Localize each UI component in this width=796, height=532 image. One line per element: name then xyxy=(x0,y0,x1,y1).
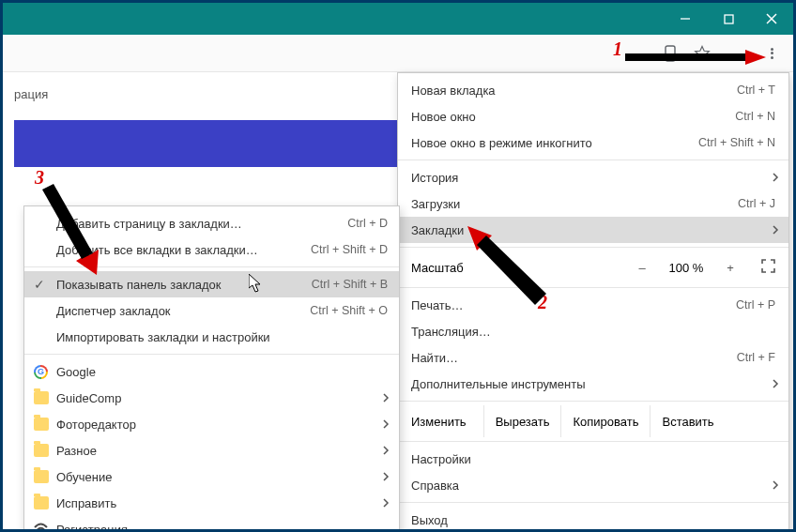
menu-separator xyxy=(398,287,788,288)
submenu-item-add-all[interactable]: Добавить все вкладки в закладки… Ctrl + … xyxy=(24,236,399,263)
submenu-item-import[interactable]: Импортировать закладки и настройки xyxy=(24,324,399,350)
chevron-right-icon xyxy=(773,377,779,391)
minimize-button[interactable] xyxy=(664,3,707,35)
menu-shortcut: Ctrl + N xyxy=(735,110,775,123)
edit-copy-button[interactable]: Копировать xyxy=(560,405,650,437)
bookmarks-submenu: Добавить страницу в закладки… Ctrl + D Д… xyxy=(23,205,400,532)
chevron-right-icon xyxy=(383,496,390,510)
menu-label: Справка xyxy=(411,479,775,493)
wifi-icon xyxy=(34,523,48,533)
menu-label: Печать… xyxy=(411,298,736,312)
menu-label: Новая вкладка xyxy=(411,84,737,98)
annotation-number-3: 3 xyxy=(35,167,44,189)
bookmark-register[interactable]: Регистрация xyxy=(24,516,399,532)
menu-label: Найти… xyxy=(411,351,737,365)
menu-label: Трансляция… xyxy=(411,325,775,339)
menu-edit-row: Изменить Вырезать Копировать Вставить xyxy=(398,405,788,437)
menu-label: Новое окно xyxy=(411,110,735,124)
menu-shortcut: Ctrl + Shift + D xyxy=(311,243,388,256)
menu-item-settings[interactable]: Настройки xyxy=(398,446,788,472)
menu-separator xyxy=(398,401,788,402)
edit-label: Изменить xyxy=(398,405,483,437)
menu-shortcut: Ctrl + Shift + B xyxy=(312,278,388,291)
menu-label: Дополнительные инструменты xyxy=(411,377,775,391)
menu-shortcut: Ctrl + F xyxy=(737,351,775,364)
phone-icon xyxy=(665,45,676,62)
folder-icon xyxy=(34,470,49,483)
menu-shortcut: Ctrl + P xyxy=(736,298,775,312)
menu-shortcut: Ctrl + D xyxy=(347,217,388,230)
more-menu-button[interactable] xyxy=(756,38,788,69)
bookmark-folder-photoedit[interactable]: Фоторедактор xyxy=(24,411,399,437)
edit-cut-button[interactable]: Вырезать xyxy=(483,405,561,437)
toolbar xyxy=(3,35,793,72)
bookmark-folder-learning[interactable]: Обучение xyxy=(24,464,399,490)
checkmark-icon: ✓ xyxy=(34,277,45,292)
submenu-item-add-page[interactable]: Добавить страницу в закладки… Ctrl + D xyxy=(24,210,399,236)
menu-label: Импортировать закладки и настройки xyxy=(56,330,388,344)
window-frame: рация Новая вкладка Ctrl + T Новое окно … xyxy=(0,0,796,532)
menu-item-new-window[interactable]: Новое окно Ctrl + N xyxy=(398,103,788,129)
bookmark-google[interactable]: Google xyxy=(24,358,399,385)
bookmark-folder-misc[interactable]: Разное xyxy=(24,437,399,464)
menu-label: Закладки xyxy=(411,223,775,237)
svg-rect-1 xyxy=(725,15,733,23)
menu-separator xyxy=(24,354,399,355)
page-blue-banner xyxy=(14,120,399,167)
menu-separator xyxy=(398,502,788,503)
zoom-in-button[interactable]: + xyxy=(720,261,741,275)
menu-item-bookmarks[interactable]: Закладки xyxy=(398,217,788,243)
menu-item-help[interactable]: Справка xyxy=(398,472,788,498)
page-text-fragment: рация xyxy=(14,87,48,101)
zoom-out-button[interactable]: – xyxy=(632,261,652,275)
bookmark-folder-fix[interactable]: Исправить xyxy=(24,490,399,516)
fullscreen-button[interactable] xyxy=(761,259,775,276)
chevron-right-icon xyxy=(773,479,779,493)
menu-label: Показывать панель закладок xyxy=(56,278,312,292)
menu-item-new-tab[interactable]: Новая вкладка Ctrl + T xyxy=(398,77,788,103)
menu-item-moretools[interactable]: Дополнительные инструменты xyxy=(398,371,788,397)
menu-separator xyxy=(398,247,788,248)
folder-icon xyxy=(34,418,49,431)
menu-label: Настройки xyxy=(411,452,775,466)
folder-icon xyxy=(34,391,49,404)
menu-item-cast[interactable]: Трансляция… xyxy=(398,318,788,344)
menu-item-exit[interactable]: Выход xyxy=(398,507,788,532)
chevron-right-icon xyxy=(383,444,390,458)
close-button[interactable] xyxy=(750,3,793,35)
menu-shortcut: Ctrl + Shift + O xyxy=(310,304,388,317)
bookmark-label: Обучение xyxy=(56,470,388,484)
menu-label: Новое окно в режиме инкогнито xyxy=(411,136,698,150)
bookmark-star-button[interactable] xyxy=(686,38,718,69)
chevron-right-icon xyxy=(383,391,390,405)
chevron-right-icon xyxy=(773,171,779,185)
menu-item-find[interactable]: Найти… Ctrl + F xyxy=(398,344,788,371)
maximize-icon xyxy=(724,14,734,24)
zoom-value: 100 % xyxy=(664,261,709,275)
bookmark-label: Исправить xyxy=(56,496,388,510)
titlebar xyxy=(3,3,793,35)
menu-label: Загрузки xyxy=(411,197,738,211)
menu-item-history[interactable]: История xyxy=(398,164,788,190)
menu-item-print[interactable]: Печать… Ctrl + P xyxy=(398,292,788,318)
submenu-item-show-bar[interactable]: ✓ Показывать панель закладок Ctrl + Shif… xyxy=(24,271,399,297)
edit-paste-button[interactable]: Вставить xyxy=(650,405,725,437)
device-icon[interactable] xyxy=(654,38,686,69)
bookmark-label: GuideComp xyxy=(56,391,388,405)
menu-separator xyxy=(398,160,788,160)
more-vertical-icon xyxy=(771,46,773,60)
menu-item-incognito[interactable]: Новое окно в режиме инкогнито Ctrl + Shi… xyxy=(398,129,788,156)
menu-label: Выход xyxy=(411,513,775,527)
star-icon xyxy=(694,45,711,62)
submenu-item-manager[interactable]: Диспетчер закладок Ctrl + Shift + O xyxy=(24,297,399,324)
minimize-icon xyxy=(680,13,691,24)
annotation-number-1: 1 xyxy=(613,38,622,60)
menu-separator xyxy=(398,441,788,442)
maximize-button[interactable] xyxy=(707,3,750,35)
bookmark-label: Разное xyxy=(56,444,388,458)
chevron-right-icon xyxy=(773,223,779,237)
menu-item-downloads[interactable]: Загрузки Ctrl + J xyxy=(398,190,788,217)
folder-icon xyxy=(34,444,49,457)
bookmark-folder-guidecomp[interactable]: GuideComp xyxy=(24,385,399,411)
bookmark-label: Регистрация xyxy=(56,523,388,533)
